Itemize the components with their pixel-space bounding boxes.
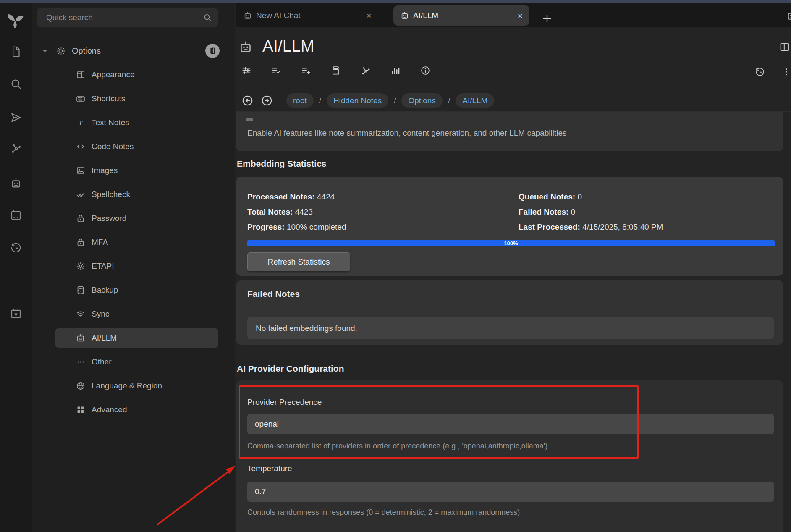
ribbon-sliders-button[interactable] [241, 65, 252, 76]
tree-item-label: Appearance [92, 70, 134, 79]
clipped-checkbox [246, 118, 253, 121]
tree-item-language-region[interactable]: Language & Region [55, 376, 218, 396]
bot-icon [400, 11, 409, 20]
ribbon-list-check-button[interactable] [271, 65, 282, 76]
refresh-statistics-button[interactable]: Refresh Statistics [247, 252, 350, 271]
split-pane-button[interactable] [779, 41, 791, 53]
tree-item-password[interactable]: Password [55, 209, 218, 228]
plus-icon [541, 13, 553, 24]
ribbon-archive-button[interactable] [330, 65, 341, 76]
stat-progress: Progress: 100% completed [247, 220, 346, 235]
back-button[interactable] [241, 94, 254, 107]
arrow-circle-right-icon [260, 94, 273, 107]
tree-item-label: ETAPI [92, 262, 114, 271]
stat-processed-notes: Processed Notes: 4424 [247, 189, 346, 204]
tree-item-appearance[interactable]: Appearance [55, 65, 218, 84]
tree-item-shortcuts[interactable]: Shortcuts [55, 89, 218, 108]
embedding-statistics-heading: Embedding Statistics [237, 159, 327, 169]
window-titlebar [0, 0, 791, 3]
stat-queued-notes: Queued Notes: 0 [519, 189, 663, 204]
bot-icon [76, 333, 86, 343]
clipped-bot-icon [786, 10, 791, 22]
stats-left-column: Processed Notes: 4424Total Notes: 4423Pr… [247, 189, 346, 235]
ribbon-info-button[interactable] [420, 65, 431, 76]
failed-notes-card: Failed Notes No failed embeddings found. [236, 280, 783, 345]
forward-button[interactable] [260, 94, 273, 107]
note-icon [238, 39, 253, 55]
tree-item-etapi[interactable]: ETAPI [55, 257, 218, 276]
tree-item-text-notes[interactable]: Text Notes [55, 113, 218, 132]
tree-item-options[interactable]: Options [40, 41, 218, 60]
launcher-rail [0, 3, 32, 532]
new-tab-button[interactable] [541, 13, 553, 24]
tree-item-ai-llm[interactable]: AI/LLM [55, 328, 218, 348]
ribbon-toolbar [241, 65, 431, 76]
note-revisions-button[interactable] [754, 66, 765, 77]
tree-item-code-notes[interactable]: Code Notes [55, 137, 218, 156]
tree-item-label: Sync [92, 309, 109, 319]
tree-item-label: MFA [92, 238, 108, 247]
breadcrumb-options[interactable]: Options [401, 93, 442, 108]
breadcrumb: root/Hidden Notes/Options/AI/LLM [241, 93, 494, 108]
stat-last-processed: Last Processed: 4/15/2025, 8:05:40 PM [519, 220, 663, 235]
tree-item-sync[interactable]: Sync [55, 304, 218, 324]
rail-jump-to-note-button[interactable] [7, 109, 25, 126]
ai-provider-configuration-heading: AI Provider Configuration [237, 364, 344, 374]
note-menu-button[interactable] [781, 66, 791, 77]
tree-item-backup[interactable]: Backup [55, 280, 218, 300]
rail-calendar-button[interactable] [7, 206, 25, 224]
tree-item-other[interactable]: Other [55, 352, 218, 372]
rail-new-note-button[interactable] [7, 43, 25, 60]
failed-notes-empty-message: No failed embeddings found. [247, 317, 774, 339]
tree-item-label: Text Notes [92, 118, 129, 127]
tab-label: New AI Chat [256, 11, 301, 20]
rail-bookmarks-button[interactable] [7, 305, 25, 322]
list-plus-icon [301, 65, 312, 76]
close-tab-icon[interactable]: × [367, 11, 372, 20]
check-double-icon [76, 189, 86, 199]
tree-item-mfa[interactable]: MFA [55, 233, 218, 252]
stat-failed-notes: Failed Notes: 0 [519, 204, 663, 220]
breadcrumb-hidden-notes[interactable]: Hidden Notes [327, 93, 388, 108]
bot-icon [10, 177, 22, 189]
tree-item-label: Spellcheck [92, 190, 130, 199]
rail-search-button[interactable] [7, 75, 25, 93]
close-pane-button[interactable] [205, 44, 220, 58]
door-icon [208, 46, 217, 55]
trilium-logo[interactable] [5, 11, 25, 30]
database-icon [76, 285, 86, 295]
progress-percent-label: 100% [504, 240, 518, 246]
bot-icon [243, 11, 252, 20]
tab-new-ai-chat[interactable]: New AI Chat × [238, 3, 377, 27]
embedding-progress-bar: 100% [247, 240, 775, 246]
rail-recent-changes-button[interactable] [7, 239, 25, 257]
chevron-down-icon[interactable] [40, 46, 50, 55]
breadcrumb-ai-llm[interactable]: AI/LLM [456, 93, 494, 108]
tree-item-advanced[interactable]: Advanced [55, 400, 218, 419]
code-icon [76, 142, 86, 152]
close-tab-icon[interactable]: × [518, 11, 523, 20]
info-icon [420, 65, 431, 76]
cog-icon [76, 261, 86, 271]
ribbon-list-plus-button[interactable] [301, 65, 312, 76]
breadcrumb-separator: / [394, 96, 396, 105]
tab-ai-llm[interactable]: AI/LLM × [393, 5, 529, 26]
ribbon-chart-button[interactable] [390, 65, 401, 76]
search-icon[interactable] [203, 13, 212, 22]
ribbon-share-button[interactable] [360, 65, 371, 76]
text-icon [76, 118, 86, 128]
temperature-input[interactable] [247, 482, 774, 502]
wifi-icon [76, 309, 86, 319]
list-check-icon [271, 65, 282, 76]
quick-search-input[interactable] [37, 8, 218, 27]
ai-intro-card: Enable AI features like note summarizati… [236, 112, 783, 151]
rail-share-button[interactable] [7, 139, 25, 157]
tree-item-label: Backup [92, 286, 118, 295]
tab-label: AI/LLM [413, 11, 438, 20]
rail-ai-chat-button[interactable] [7, 174, 25, 192]
breadcrumb-root[interactable]: root [286, 93, 314, 108]
tree-item-label: AI/LLM [92, 333, 117, 343]
tree-item-spellcheck[interactable]: Spellcheck [55, 185, 218, 204]
tree-item-images[interactable]: Images [55, 161, 218, 180]
tree-item-label: Language & Region [92, 381, 162, 390]
